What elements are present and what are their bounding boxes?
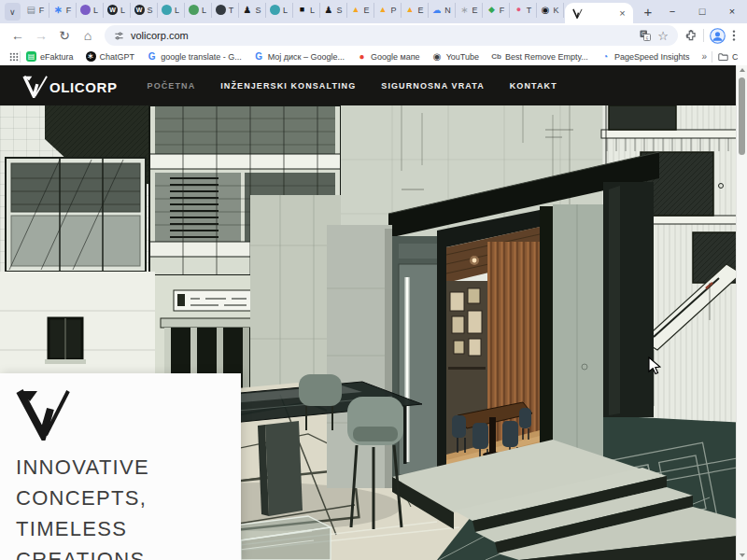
reload-icon[interactable]: ↻ (54, 25, 75, 46)
bookmark-favicon-icon: ◉ (432, 51, 443, 62)
tab-close-icon[interactable]: × (619, 8, 625, 19)
bookmark-label: Мој диск – Google... (268, 52, 345, 62)
tab-title: T (229, 6, 234, 15)
all-bookmarks-folder-icon[interactable] (718, 51, 728, 62)
browser-tab[interactable]: T (212, 3, 239, 18)
site-settings-icon[interactable] (114, 31, 124, 41)
tab-title: F (500, 6, 505, 15)
tab-favicon-icon (216, 5, 226, 15)
browser-tab[interactable]: ∗ E (456, 3, 483, 18)
tab-favicon-icon: ♟ (243, 5, 253, 15)
tab-favicon-icon: ■ (297, 5, 307, 15)
nav-kontakt[interactable]: KONTAKT (510, 81, 557, 91)
apps-grid-icon[interactable] (9, 51, 19, 62)
browser-tab[interactable]: L (77, 3, 104, 18)
browser-tab[interactable]: ◉ K (537, 3, 564, 18)
browser-tab[interactable]: ♟ S (320, 3, 347, 18)
browser-tab[interactable]: ▤ F (22, 3, 49, 18)
browser-tab[interactable]: ▲ E (402, 3, 429, 18)
nav-inzenjerski-konsalting[interactable]: INŽENJERSKI KONSALTING (220, 81, 356, 91)
minimize-button[interactable]: − (657, 0, 687, 22)
back-icon[interactable]: ← (7, 25, 28, 46)
browser-tab[interactable]: L (266, 3, 293, 18)
browser-tab[interactable]: ● T (510, 3, 537, 18)
bookmark-item[interactable]: G Мој диск – Google... (254, 51, 345, 62)
bookmark-favicon-icon: Cb (491, 51, 501, 62)
tab-favicon-icon: ▲ (378, 5, 388, 15)
scrollbar-down-icon[interactable] (737, 551, 747, 560)
browser-tab[interactable]: ◆ F (483, 3, 510, 18)
tab-favicon-icon (270, 5, 280, 15)
forward-icon[interactable]: → (31, 25, 51, 46)
bookmark-item[interactable]: ● Google мапе (357, 51, 420, 62)
tab-title: E (418, 6, 424, 15)
nav-pocetna[interactable]: POČETNA (148, 81, 196, 91)
bookmark-item[interactable]: ◉ YouTube (432, 51, 479, 62)
nav-sigurnosna-vrata[interactable]: SIGURNOSNA VRATA (381, 81, 484, 91)
browser-tab[interactable]: ☁ N (429, 3, 456, 18)
browser-toolbar: ← → ↻ ⌂ volicorp.com G ç ☆ (0, 23, 747, 48)
close-button[interactable]: × (717, 0, 747, 22)
bookmarks-overflow-icon[interactable]: » (701, 51, 707, 62)
tab-favicon-icon: ∗ (53, 5, 63, 15)
browser-tab[interactable]: ▲ P (374, 3, 402, 18)
translate-icon[interactable]: G ç (640, 30, 651, 41)
tab-scroll-button[interactable]: ∨ (5, 3, 21, 21)
tab-favicon-icon: ▲ (405, 5, 416, 15)
browser-window: ∨ ▤ F ∗ F L W L (0, 0, 747, 560)
profile-avatar[interactable] (710, 28, 726, 44)
bookmark-label: YouTube (446, 52, 479, 62)
volicorp-v-mark-icon (15, 386, 73, 441)
tab-title: L (175, 6, 179, 15)
active-tab-volicorp[interactable]: × (565, 3, 633, 23)
heading-line: CREATIONS (16, 544, 241, 560)
all-bookmarks-label[interactable]: Сви обележивачи (732, 52, 738, 62)
extensions-puzzle-icon[interactable] (684, 29, 698, 42)
home-icon[interactable]: ⌂ (78, 25, 98, 46)
tab-title: L (283, 6, 288, 15)
bookmark-item[interactable]: ◔ PageSpeed Insights (600, 51, 690, 62)
browser-tab[interactable]: L (185, 3, 212, 18)
heading-line: CONCEPTS, (16, 483, 241, 513)
bookmark-item[interactable]: ▤ eFaktura (26, 51, 74, 62)
scrollbar-thumb[interactable] (739, 77, 745, 155)
bookmark-favicon-icon: G (254, 51, 264, 62)
hero-heading: INNOVATIVE CONCEPTS, TIMELESS CREATIONS (16, 452, 241, 560)
volicorp-logo-icon (22, 74, 49, 98)
tab-title: E (364, 6, 370, 15)
heading-line: TIMELESS (16, 513, 241, 544)
maximize-button[interactable]: □ (687, 0, 717, 22)
bookmark-label: google translate - G... (161, 52, 242, 62)
browser-tab[interactable]: ■ L (293, 3, 320, 18)
tab-favicon-icon (189, 5, 199, 15)
bookmark-favicon-icon: ● (357, 51, 367, 62)
bookmark-item[interactable]: G google translate - G... (147, 51, 242, 62)
browser-tab[interactable]: ▲ E (347, 3, 374, 18)
browser-tab[interactable]: ∗ F (49, 3, 77, 18)
address-bar[interactable]: volicorp.com G ç ☆ (105, 25, 678, 46)
bookmark-item[interactable]: Cb Best Remove Empty... (491, 51, 588, 62)
tab-title: L (310, 6, 315, 15)
page-scrollbar[interactable] (736, 65, 747, 560)
bookmark-item[interactable]: ∗ ChatGPT (86, 51, 135, 62)
bookmark-favicon-icon: G (147, 51, 157, 62)
browser-tab[interactable]: W L (104, 3, 131, 18)
menu-kebab-icon[interactable] (728, 29, 740, 42)
bookmark-label: PageSpeed Insights (614, 52, 690, 62)
browser-tab[interactable]: L (158, 3, 185, 18)
volicorp-logo[interactable]: OLICORP (22, 74, 118, 98)
tab-favicon-icon: ▲ (351, 5, 361, 15)
url-text[interactable]: volicorp.com (131, 30, 633, 41)
scrollbar-up-icon[interactable] (737, 65, 747, 75)
bookmark-label: eFaktura (40, 52, 74, 62)
new-tab-button[interactable]: + (639, 1, 657, 21)
bookmark-star-icon[interactable]: ☆ (657, 29, 669, 43)
tab-title: N (444, 6, 451, 15)
page-viewport: OLICORP POČETNA INŽENJERSKI KONSALTING S… (0, 65, 747, 560)
tab-favicon-icon: ◆ (486, 5, 497, 15)
browser-tab[interactable]: W S (131, 3, 158, 18)
window-controls: − □ × (657, 0, 747, 22)
bookmark-label: Google мапе (371, 52, 420, 62)
browser-tab[interactable]: ♟ S (239, 3, 266, 18)
tab-title: S (148, 6, 153, 15)
